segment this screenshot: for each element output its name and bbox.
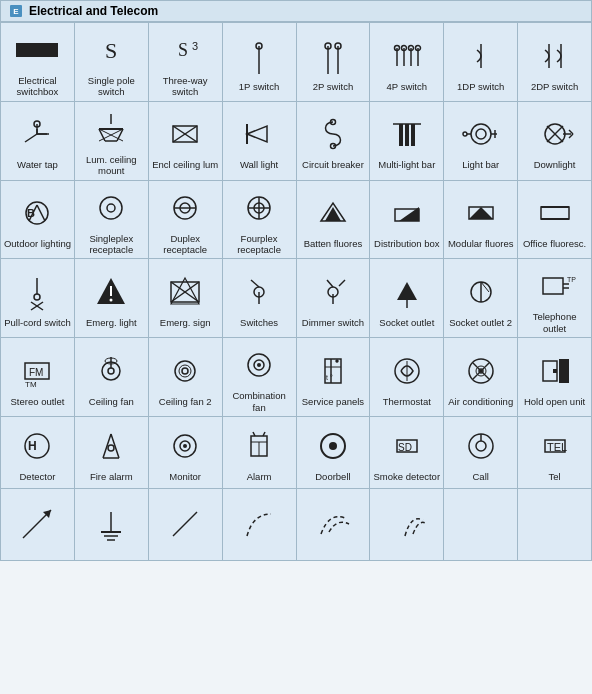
svg-point-119 [257, 363, 261, 367]
svg-marker-72 [325, 207, 341, 221]
svg-rect-43 [405, 124, 409, 146]
cell-smoke-detector[interactable]: SDSmoke detector [370, 417, 444, 489]
cell-wall-light[interactable]: Wall light [223, 102, 297, 181]
cell-telephone-outlet[interactable]: TPTelephone outlet [518, 259, 592, 338]
svg-point-115 [175, 361, 195, 381]
symbol-2dp-switch [532, 33, 578, 79]
symbol-light-bar [458, 111, 504, 157]
cell-empty1[interactable] [1, 489, 75, 561]
cell-1p-switch[interactable]: 1P switch [223, 23, 297, 102]
symbol-empty3 [162, 501, 208, 547]
svg-line-96 [327, 280, 333, 287]
cell-ceiling-fan-2[interactable]: Ceiling fan 2 [149, 338, 223, 417]
svg-line-93 [251, 280, 259, 287]
symbol-office-fluores [532, 190, 578, 236]
cell-ceiling-fan[interactable]: Ceiling fan [75, 338, 149, 417]
cell-monitor[interactable]: Monitor [149, 417, 223, 489]
symbol-switches [236, 269, 282, 315]
label-alarm: Alarm [247, 471, 272, 482]
cell-empty3[interactable] [149, 489, 223, 561]
cell-air-conditioning[interactable]: Air conditioning [444, 338, 518, 417]
symbol-singleplex-receptacle [88, 185, 134, 231]
label-distribution-box: Distribution box [374, 238, 439, 249]
symbol-call [458, 423, 504, 469]
cell-fourplex-receptacle[interactable]: Fourplex receptacle [223, 181, 297, 260]
svg-text:E: E [13, 7, 19, 16]
cell-dimmer-switch[interactable]: Dimmer switch [297, 259, 371, 338]
cell-empty2[interactable] [75, 489, 149, 561]
symbol-2p-switch [310, 33, 356, 79]
svg-text:TEL: TEL [547, 441, 567, 453]
label-monitor: Monitor [169, 471, 201, 482]
svg-rect-77 [541, 207, 569, 219]
symbol-grid: Electrical switchboxSSingle pole switchS… [0, 22, 592, 561]
cell-2p-switch[interactable]: 2P switch [297, 23, 371, 102]
symbol-emerg-sign [162, 269, 208, 315]
cell-modular-fluores[interactable]: Modular fluores [444, 181, 518, 260]
label-telephone-outlet: Telephone outlet [521, 311, 589, 334]
label-single-pole-switch: Single pole switch [77, 75, 145, 98]
cell-empty5[interactable] [297, 489, 371, 561]
cell-doorbell[interactable]: Doorbell [297, 417, 371, 489]
cell-light-bar[interactable]: Light bar [444, 102, 518, 181]
cell-batten-fluores[interactable]: Batten fluores [297, 181, 371, 260]
label-thermostat: Thermostat [383, 396, 431, 407]
symbol-pull-cord-switch [14, 269, 60, 315]
svg-text:TM: TM [25, 380, 37, 389]
symbol-1dp-switch [458, 33, 504, 79]
cell-call[interactable]: Call [444, 417, 518, 489]
cell-socket-outlet[interactable]: Socket outlet [370, 259, 444, 338]
cell-empty6[interactable] [370, 489, 444, 561]
label-tel: Tel [548, 471, 560, 482]
cell-stereo-outlet[interactable]: FMTMStereo outlet [1, 338, 75, 417]
cell-detector[interactable]: HDetector [1, 417, 75, 489]
symbol-monitor [162, 423, 208, 469]
cell-emerg-light[interactable]: Emerg. light [75, 259, 149, 338]
cell-three-way-switch[interactable]: S3Three-way switch [149, 23, 223, 102]
cell-combination-fan[interactable]: Combination fan [223, 338, 297, 417]
cell-singleplex-receptacle[interactable]: Singleplex receptacle [75, 181, 149, 260]
svg-line-59 [37, 205, 45, 221]
label-combination-fan: Combination fan [225, 390, 293, 413]
cell-4p-switch[interactable]: 4P switch [370, 23, 444, 102]
cell-thermostat[interactable]: Thermostat [370, 338, 444, 417]
label-socket-outlet: Socket outlet [379, 317, 434, 328]
cell-circuit-breaker[interactable]: Circuit breaker [297, 102, 371, 181]
cell-service-panels[interactable]: t °Service panels [297, 338, 371, 417]
svg-rect-136 [553, 369, 557, 373]
cell-emerg-sign[interactable]: Emerg. sign [149, 259, 223, 338]
cell-fire-alarm[interactable]: Fire alarm [75, 417, 149, 489]
cell-duplex-receptacle[interactable]: Duplex receptacle [149, 181, 223, 260]
cell-empty8[interactable] [518, 489, 592, 561]
svg-line-97 [339, 280, 345, 286]
title-icon: E [9, 4, 23, 18]
cell-hold-open-unit[interactable]: Hold open unit [518, 338, 592, 417]
cell-tel[interactable]: TELTel [518, 417, 592, 489]
cell-alarm[interactable]: Alarm [223, 417, 297, 489]
cell-outdoor-lighting[interactable]: BOutdoor lighting [1, 181, 75, 260]
cell-switches[interactable]: Switches [223, 259, 297, 338]
cell-encl-ceiling-lum[interactable]: Encl ceiling lum [149, 102, 223, 181]
cell-2dp-switch[interactable]: 2DP switch [518, 23, 592, 102]
symbol-1p-switch [236, 33, 282, 79]
svg-text:S: S [178, 40, 188, 60]
cell-water-tap[interactable]: Water tap [1, 102, 75, 181]
cell-lum-ceiling-mount[interactable]: Lum. ceiling mount [75, 102, 149, 181]
cell-socket-outlet-2[interactable]: Socket outlet 2 [444, 259, 518, 338]
cell-empty4[interactable] [223, 489, 297, 561]
cell-multi-light-bar[interactable]: Multi-light bar [370, 102, 444, 181]
cell-pull-cord-switch[interactable]: Pull-cord switch [1, 259, 75, 338]
label-ceiling-fan-2: Ceiling fan 2 [159, 396, 212, 407]
cell-distribution-box[interactable]: Distribution box [370, 181, 444, 260]
cell-office-fluores[interactable]: Office fluoresc. [518, 181, 592, 260]
label-hold-open-unit: Hold open unit [524, 396, 585, 407]
cell-electrical-switchbox[interactable]: Electrical switchbox [1, 23, 75, 102]
cell-single-pole-switch[interactable]: SSingle pole switch [75, 23, 149, 102]
symbol-doorbell [310, 423, 356, 469]
symbol-empty7 [458, 501, 504, 547]
cell-downlight[interactable]: Downlight [518, 102, 592, 181]
symbol-stereo-outlet: FMTM [14, 348, 60, 394]
label-office-fluores: Office fluoresc. [523, 238, 586, 249]
cell-1dp-switch[interactable]: 1DP switch [444, 23, 518, 102]
cell-empty7[interactable] [444, 489, 518, 561]
